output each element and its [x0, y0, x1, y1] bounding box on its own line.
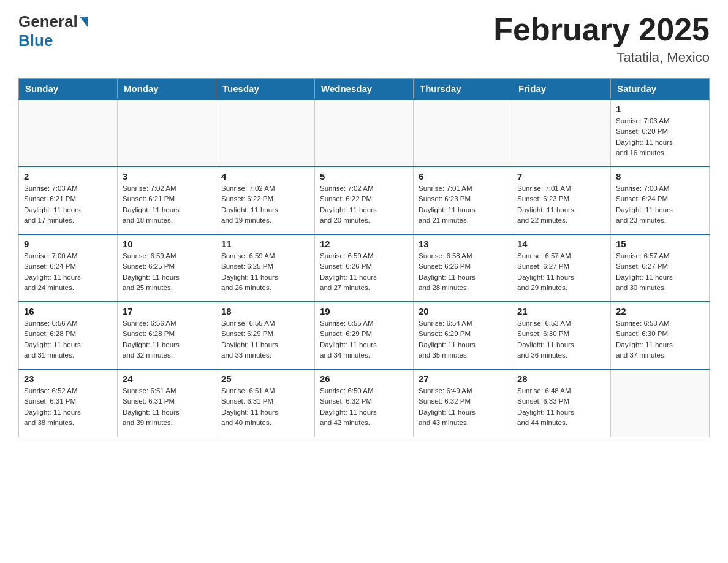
day-info: Sunrise: 6:54 AM Sunset: 6:29 PM Dayligh… [419, 318, 507, 361]
day-info: Sunrise: 6:57 AM Sunset: 6:27 PM Dayligh… [616, 251, 704, 293]
weekday-header-sunday: Sunday [19, 79, 118, 100]
day-info: Sunrise: 7:02 AM Sunset: 6:21 PM Dayligh… [123, 183, 211, 226]
day-info: Sunrise: 7:02 AM Sunset: 6:22 PM Dayligh… [320, 183, 408, 226]
week-row-3: 9Sunrise: 7:00 AM Sunset: 6:24 PM Daylig… [19, 234, 710, 302]
calendar-cell [414, 99, 512, 167]
weekday-header-thursday: Thursday [414, 79, 512, 100]
day-info: Sunrise: 6:53 AM Sunset: 6:30 PM Dayligh… [616, 318, 704, 361]
calendar-cell: 8Sunrise: 7:00 AM Sunset: 6:24 PM Daylig… [611, 167, 710, 234]
calendar-table: SundayMondayTuesdayWednesdayThursdayFrid… [18, 78, 710, 437]
logo-row2: Blue [18, 31, 88, 50]
day-info: Sunrise: 7:02 AM Sunset: 6:22 PM Dayligh… [221, 183, 309, 226]
weekday-header-monday: Monday [118, 79, 216, 100]
calendar-cell: 24Sunrise: 6:51 AM Sunset: 6:31 PM Dayli… [118, 369, 216, 437]
day-number: 3 [123, 171, 211, 182]
calendar-cell [512, 99, 611, 167]
week-row-2: 2Sunrise: 7:03 AM Sunset: 6:21 PM Daylig… [19, 167, 710, 234]
day-info: Sunrise: 6:56 AM Sunset: 6:28 PM Dayligh… [24, 318, 112, 361]
day-info: Sunrise: 6:52 AM Sunset: 6:31 PM Dayligh… [24, 386, 112, 428]
calendar-cell: 12Sunrise: 6:59 AM Sunset: 6:26 PM Dayli… [315, 234, 414, 302]
day-number: 18 [221, 306, 309, 316]
calendar-cell: 5Sunrise: 7:02 AM Sunset: 6:22 PM Daylig… [315, 167, 414, 234]
day-number: 1 [616, 104, 704, 114]
day-number: 16 [24, 306, 112, 316]
day-info: Sunrise: 6:50 AM Sunset: 6:32 PM Dayligh… [320, 386, 408, 428]
weekday-header-row: SundayMondayTuesdayWednesdayThursdayFrid… [19, 79, 710, 100]
day-number: 5 [320, 171, 408, 182]
page-header: General Blue February 2025 Tatatila, Mex… [18, 12, 710, 66]
calendar-subtitle: Tatatila, Mexico [493, 50, 710, 66]
week-row-4: 16Sunrise: 6:56 AM Sunset: 6:28 PM Dayli… [19, 302, 710, 369]
calendar-cell: 17Sunrise: 6:56 AM Sunset: 6:28 PM Dayli… [118, 302, 216, 369]
day-number: 24 [123, 373, 211, 384]
day-number: 12 [320, 239, 408, 249]
calendar-cell [315, 99, 414, 167]
calendar-cell: 2Sunrise: 7:03 AM Sunset: 6:21 PM Daylig… [19, 167, 118, 234]
calendar-cell: 3Sunrise: 7:02 AM Sunset: 6:21 PM Daylig… [118, 167, 216, 234]
day-info: Sunrise: 6:59 AM Sunset: 6:26 PM Dayligh… [320, 251, 408, 293]
calendar-cell: 21Sunrise: 6:53 AM Sunset: 6:30 PM Dayli… [512, 302, 611, 369]
calendar-cell: 4Sunrise: 7:02 AM Sunset: 6:22 PM Daylig… [216, 167, 315, 234]
day-number: 2 [24, 171, 112, 182]
day-number: 9 [24, 239, 112, 249]
day-number: 10 [123, 239, 211, 249]
calendar-cell: 1Sunrise: 7:03 AM Sunset: 6:20 PM Daylig… [611, 99, 710, 167]
calendar-cell: 15Sunrise: 6:57 AM Sunset: 6:27 PM Dayli… [611, 234, 710, 302]
weekday-header-wednesday: Wednesday [315, 79, 414, 100]
day-number: 20 [419, 306, 507, 316]
day-number: 4 [221, 171, 309, 182]
calendar-body: 1Sunrise: 7:03 AM Sunset: 6:20 PM Daylig… [19, 99, 710, 437]
day-info: Sunrise: 6:59 AM Sunset: 6:25 PM Dayligh… [123, 251, 211, 293]
day-number: 13 [419, 239, 507, 249]
logo-blue-text: Blue [18, 31, 53, 50]
logo-row1: General [18, 12, 88, 31]
weekday-header-friday: Friday [512, 79, 611, 100]
week-row-1: 1Sunrise: 7:03 AM Sunset: 6:20 PM Daylig… [19, 99, 710, 167]
day-number: 27 [419, 373, 507, 384]
day-number: 15 [616, 239, 704, 249]
logo-general-text: General [18, 12, 78, 31]
calendar-cell: 9Sunrise: 7:00 AM Sunset: 6:24 PM Daylig… [19, 234, 118, 302]
calendar-cell: 23Sunrise: 6:52 AM Sunset: 6:31 PM Dayli… [19, 369, 118, 437]
day-info: Sunrise: 7:01 AM Sunset: 6:23 PM Dayligh… [517, 183, 605, 226]
day-info: Sunrise: 6:48 AM Sunset: 6:33 PM Dayligh… [517, 386, 605, 428]
day-info: Sunrise: 6:55 AM Sunset: 6:29 PM Dayligh… [320, 318, 408, 361]
calendar-cell: 27Sunrise: 6:49 AM Sunset: 6:32 PM Dayli… [414, 369, 512, 437]
day-info: Sunrise: 6:55 AM Sunset: 6:29 PM Dayligh… [221, 318, 309, 361]
day-info: Sunrise: 6:57 AM Sunset: 6:27 PM Dayligh… [517, 251, 605, 293]
calendar-cell: 13Sunrise: 6:58 AM Sunset: 6:26 PM Dayli… [414, 234, 512, 302]
day-number: 11 [221, 239, 309, 249]
calendar-cell: 25Sunrise: 6:51 AM Sunset: 6:31 PM Dayli… [216, 369, 315, 437]
day-info: Sunrise: 6:59 AM Sunset: 6:25 PM Dayligh… [221, 251, 309, 293]
day-number: 28 [517, 373, 605, 384]
day-number: 19 [320, 306, 408, 316]
calendar-cell: 28Sunrise: 6:48 AM Sunset: 6:33 PM Dayli… [512, 369, 611, 437]
calendar-cell: 20Sunrise: 6:54 AM Sunset: 6:29 PM Dayli… [414, 302, 512, 369]
calendar-cell [611, 369, 710, 437]
day-info: Sunrise: 6:51 AM Sunset: 6:31 PM Dayligh… [221, 386, 309, 428]
day-info: Sunrise: 6:56 AM Sunset: 6:28 PM Dayligh… [123, 318, 211, 361]
calendar-cell: 14Sunrise: 6:57 AM Sunset: 6:27 PM Dayli… [512, 234, 611, 302]
day-info: Sunrise: 6:49 AM Sunset: 6:32 PM Dayligh… [419, 386, 507, 428]
day-number: 7 [517, 171, 605, 182]
day-number: 14 [517, 239, 605, 249]
calendar-cell: 26Sunrise: 6:50 AM Sunset: 6:32 PM Dayli… [315, 369, 414, 437]
calendar-cell: 16Sunrise: 6:56 AM Sunset: 6:28 PM Dayli… [19, 302, 118, 369]
day-info: Sunrise: 7:03 AM Sunset: 6:21 PM Dayligh… [24, 183, 112, 226]
calendar-title: February 2025 [493, 12, 710, 47]
day-number: 6 [419, 171, 507, 182]
calendar-cell: 11Sunrise: 6:59 AM Sunset: 6:25 PM Dayli… [216, 234, 315, 302]
calendar-cell: 10Sunrise: 6:59 AM Sunset: 6:25 PM Dayli… [118, 234, 216, 302]
day-info: Sunrise: 6:58 AM Sunset: 6:26 PM Dayligh… [419, 251, 507, 293]
day-number: 8 [616, 171, 704, 182]
day-info: Sunrise: 6:51 AM Sunset: 6:31 PM Dayligh… [123, 386, 211, 428]
day-info: Sunrise: 6:53 AM Sunset: 6:30 PM Dayligh… [517, 318, 605, 361]
calendar-cell: 6Sunrise: 7:01 AM Sunset: 6:23 PM Daylig… [414, 167, 512, 234]
day-number: 23 [24, 373, 112, 384]
logo: General Blue [18, 12, 88, 50]
day-number: 26 [320, 373, 408, 384]
day-info: Sunrise: 7:00 AM Sunset: 6:24 PM Dayligh… [24, 251, 112, 293]
day-number: 22 [616, 306, 704, 316]
weekday-header-tuesday: Tuesday [216, 79, 315, 100]
calendar-cell [118, 99, 216, 167]
